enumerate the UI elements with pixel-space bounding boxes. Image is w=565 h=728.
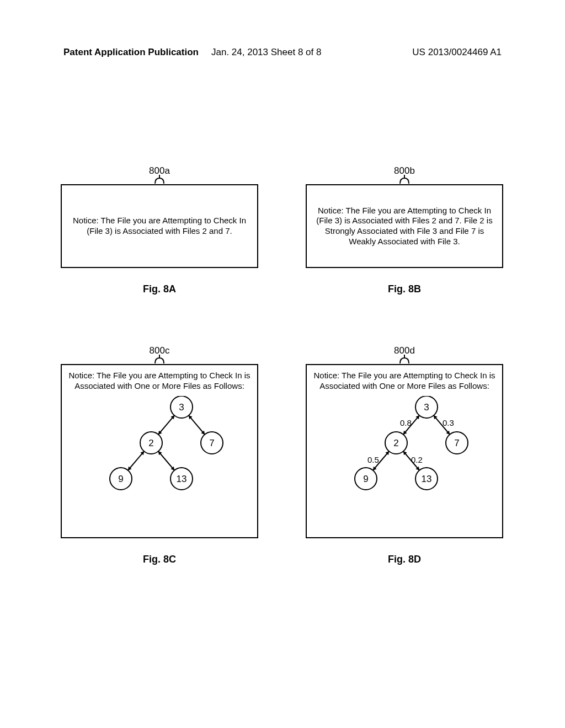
caption-8d: Fig. 8D — [306, 554, 503, 565]
edge-weight-label: 0.3 — [443, 418, 454, 429]
leader-tick-icon — [398, 175, 411, 184]
tree-node-label: 2 — [393, 438, 398, 448]
tree-diagram-c: 327913 — [88, 396, 231, 506]
figure-8b-block: 800b Notice: The File you are Attempting… — [306, 165, 503, 295]
tree-node-label: 2 — [148, 438, 153, 448]
caption-8a: Fig. 8A — [61, 283, 258, 295]
tree-node-label: 3 — [424, 402, 429, 413]
leader-tick-icon — [398, 355, 411, 363]
header-right: US 2013/0024469 A1 — [412, 47, 502, 58]
header-mid: Jan. 24, 2013 Sheet 8 of 8 — [211, 47, 321, 58]
notice-box-d: Notice: The File you are Attempting to C… — [306, 364, 503, 538]
tree-node-label: 9 — [363, 474, 368, 484]
tree-edge — [158, 415, 174, 434]
tree-svg: 327913 — [333, 396, 476, 506]
tree-node-label: 13 — [422, 474, 432, 484]
figure-8a-block: 800a Notice: The File you are Attempting… — [61, 165, 258, 295]
ref-800d: 800d — [306, 345, 503, 364]
edge-weight-label: 0.8 — [400, 418, 412, 429]
figure-8d-block: 800d Notice: The File you are Attempting… — [306, 345, 503, 565]
caption-8b: Fig. 8B — [306, 283, 503, 295]
tree-edge — [189, 415, 205, 434]
notice-text: Notice: The File you are Attempting to C… — [312, 206, 497, 247]
tree-diagram-d: 3279130.80.30.50.2 — [333, 396, 476, 506]
notice-text: Notice: The File you are Attempting to C… — [312, 371, 497, 392]
caption-8c: Fig. 8C — [61, 554, 258, 565]
notice-box-a: Notice: The File you are Attempting to C… — [61, 184, 258, 268]
leader-tick-icon — [153, 175, 166, 184]
notice-text: Notice: The File you are Attempting to C… — [67, 371, 252, 392]
leader-tick-icon — [153, 355, 166, 363]
notice-text: Notice: The File you are Attempting to C… — [67, 216, 252, 237]
ref-800a: 800a — [61, 165, 258, 184]
header-left: Patent Application Publication — [63, 47, 199, 58]
tree-edge — [128, 451, 144, 470]
edge-weight-label: 0.2 — [411, 455, 423, 465]
tree-node-label: 3 — [179, 402, 184, 413]
notice-box-c: Notice: The File you are Attempting to C… — [61, 364, 258, 538]
tree-node-label: 7 — [209, 438, 214, 448]
tree-node-label: 13 — [177, 474, 187, 484]
figure-8c-block: 800c Notice: The File you are Attempting… — [61, 345, 258, 565]
ref-800b: 800b — [306, 165, 503, 184]
tree-svg: 327913 — [88, 396, 231, 506]
tree-node-label: 7 — [454, 438, 459, 448]
patent-figure-page: Patent Application Publication Jan. 24, … — [0, 0, 565, 728]
edge-weight-label: 0.5 — [367, 455, 379, 465]
tree-edge — [158, 451, 174, 470]
notice-box-b: Notice: The File you are Attempting to C… — [306, 184, 503, 268]
ref-800c: 800c — [61, 345, 258, 364]
tree-node-label: 9 — [118, 474, 123, 484]
